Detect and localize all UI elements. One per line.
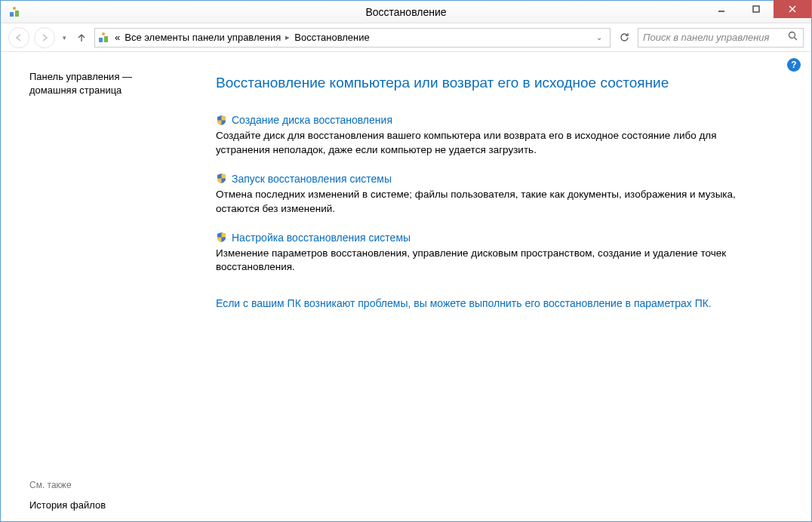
control-panel-icon — [98, 32, 110, 44]
search-input[interactable] — [643, 32, 788, 43]
configure-system-restore-link[interactable]: Настройка восстановления системы — [232, 232, 411, 244]
pc-settings-link[interactable]: Если с вашим ПК возникают проблемы, вы м… — [216, 297, 774, 309]
search-box[interactable] — [638, 28, 804, 48]
nav-dropdown-icon[interactable]: ▾ — [60, 34, 69, 41]
shield-icon — [216, 232, 227, 243]
svg-rect-0 — [10, 12, 14, 17]
svg-rect-7 — [99, 38, 103, 42]
svg-point-9 — [102, 32, 105, 35]
create-recovery-disk-link[interactable]: Создание диска восстановления — [232, 114, 392, 126]
breadcrumb-dropdown-icon[interactable]: ⌄ — [592, 33, 607, 41]
content: Восстановление компьютера или возврат ег… — [178, 52, 811, 521]
maximize-button[interactable] — [739, 0, 774, 18]
chevron-right-icon: ▸ — [285, 32, 290, 42]
svg-rect-8 — [104, 36, 108, 42]
sidebar-history-link[interactable]: История файлов — [29, 499, 163, 511]
shield-icon — [216, 173, 227, 184]
titlebar: Восстановление — [1, 1, 811, 23]
search-icon[interactable] — [788, 31, 798, 44]
sidebar: Панель управления — домашняя страница См… — [1, 52, 178, 521]
breadcrumb-prefix: « — [115, 32, 120, 43]
svg-point-10 — [789, 32, 795, 38]
window-title: Восстановление — [365, 6, 446, 18]
start-system-restore-link[interactable]: Запуск восстановления системы — [232, 173, 392, 185]
app-icon — [8, 6, 20, 18]
sidebar-also-label: См. также — [29, 480, 163, 490]
svg-rect-1 — [15, 11, 19, 17]
window: Восстановление ▾ « — [0, 0, 812, 522]
close-button[interactable] — [774, 0, 811, 18]
minimize-button[interactable] — [704, 0, 739, 18]
breadcrumb[interactable]: « Все элементы панели управления ▸ Восст… — [94, 28, 611, 48]
item-description: Создайте диск для восстановления вашего … — [216, 129, 774, 158]
back-button[interactable] — [8, 27, 29, 48]
breadcrumb-item[interactable]: Восстановление — [294, 32, 369, 43]
shield-icon — [216, 115, 227, 126]
svg-rect-4 — [753, 6, 759, 12]
recovery-item: Настройка восстановления системы Изменен… — [216, 232, 774, 275]
recovery-item: Создание диска восстановления Создайте д… — [216, 114, 774, 158]
item-description: Отмена последних изменений в системе; фа… — [216, 188, 774, 216]
help-icon[interactable]: ? — [787, 58, 801, 72]
svg-line-11 — [795, 38, 798, 41]
toolbar: ▾ « Все элементы панели управления ▸ Вос… — [1, 23, 811, 52]
item-description: Изменение параметров восстановления, упр… — [216, 247, 774, 275]
breadcrumb-item[interactable]: Все элементы панели управления — [125, 32, 281, 43]
page-title: Восстановление компьютера или возврат ег… — [216, 75, 774, 91]
svg-point-2 — [13, 7, 16, 10]
window-controls — [704, 1, 811, 23]
refresh-button[interactable] — [615, 29, 633, 47]
forward-button[interactable] — [34, 27, 55, 48]
sidebar-home-link[interactable]: Панель управления — домашняя страница — [29, 70, 163, 97]
up-button[interactable] — [73, 29, 90, 46]
recovery-item: Запуск восстановления системы Отмена пос… — [216, 173, 774, 216]
body: ? Панель управления — домашняя страница … — [1, 52, 811, 521]
